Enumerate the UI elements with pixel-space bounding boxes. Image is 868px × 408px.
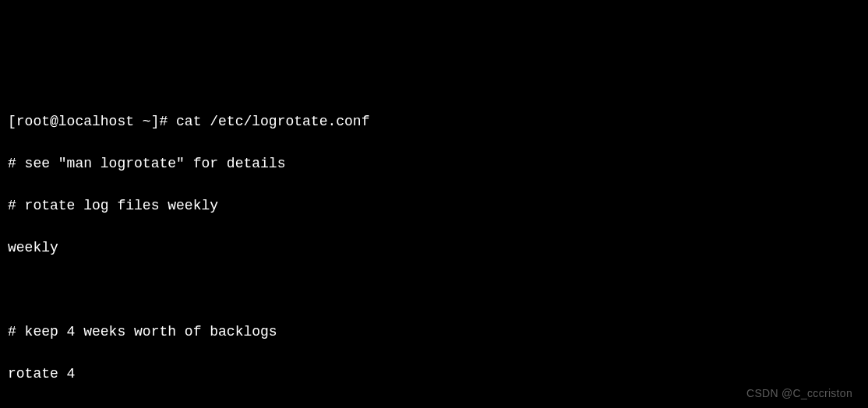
watermark-text: CSDN @C_cccriston <box>746 385 852 402</box>
terminal-line <box>8 280 860 301</box>
terminal-line: # keep 4 weeks worth of backlogs <box>8 322 860 343</box>
terminal-line: # see "man logrotate" for details <box>8 153 860 174</box>
terminal-output: [root@localhost ~]# cat /etc/logrotate.c… <box>8 90 860 408</box>
terminal-line: [root@localhost ~]# cat /etc/logrotate.c… <box>8 111 860 132</box>
terminal-line: weekly <box>8 237 860 259</box>
terminal-line: rotate 4 <box>8 364 860 385</box>
terminal-line: # rotate log files weekly <box>8 195 860 216</box>
